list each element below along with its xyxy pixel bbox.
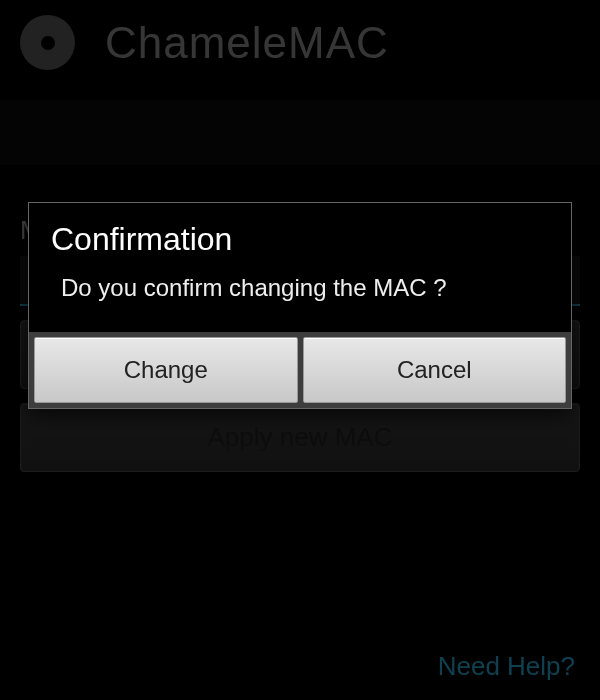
confirmation-dialog: Confirmation Do you confirm changing the… [28,202,572,409]
cancel-button[interactable]: Cancel [303,337,567,403]
dialog-button-row: Change Cancel [29,332,571,408]
change-button[interactable]: Change [34,337,298,403]
dialog-message: Do you confirm changing the MAC ? [29,272,571,332]
dialog-title: Confirmation [29,203,571,272]
